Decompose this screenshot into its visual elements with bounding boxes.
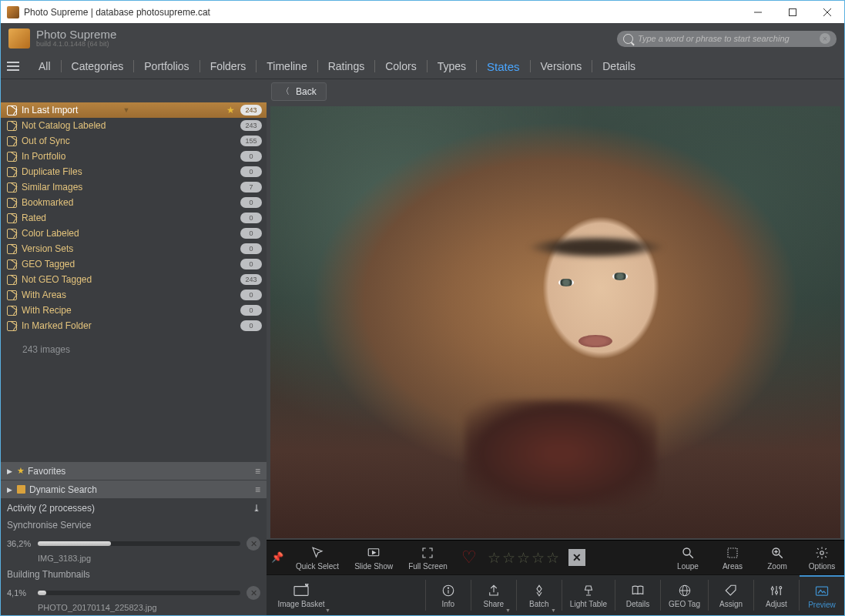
full-screen-button[interactable]: Full Screen [401,545,455,571]
svg-point-5 [683,548,690,555]
menu-button[interactable] [7,62,19,71]
svg-text:0: 0 [305,584,308,587]
state-row[interactable]: Duplicate Files0 [1,164,267,179]
gear-icon [815,545,829,561]
tab-states[interactable]: States [477,54,530,79]
star-4[interactable]: ☆ [531,549,545,567]
slide-show-button[interactable]: Slide Show [347,545,401,571]
details-button[interactable]: Details [615,575,660,615]
checkbox-icon [7,321,17,331]
state-row[interactable]: With Recipe0 [1,303,267,318]
share-button[interactable]: Share ▼ [471,575,516,615]
panel-dynamic-search[interactable]: ▶ Dynamic Search ≡ [1,480,267,499]
chevron-down-icon: ▼ [551,608,556,613]
svg-rect-13 [294,586,308,595]
book-icon [631,583,645,598]
chevron-down-icon: ▼ [505,608,511,613]
state-row[interactable]: Color Labeled0 [1,226,267,241]
image-viewer[interactable] [267,103,844,540]
options-button[interactable]: Options [800,545,844,571]
tab-types[interactable]: Types [428,54,476,79]
checkbox-icon [7,121,17,131]
main-area: 〈 Back 📌 Quick Select [267,79,844,615]
star-3[interactable]: ☆ [517,549,530,567]
state-count: 243 [240,120,262,131]
loupe-button[interactable]: Loupe [666,545,710,571]
state-row[interactable]: Version Sets0 [1,241,267,256]
tab-ratings[interactable]: Ratings [318,54,374,79]
zoom-icon [770,545,784,561]
state-label: Not GEO Tagged [22,274,129,285]
zoom-button[interactable]: Zoom [755,545,800,571]
images-summary: 243 images [1,333,267,355]
back-button[interactable]: 〈 Back [271,82,327,101]
state-row[interactable]: Not GEO Tagged243 [1,272,267,287]
window-minimize-button[interactable] [740,1,775,23]
activity-progress-row: 36,2%✕ [1,534,267,554]
tab-colors[interactable]: Colors [375,54,426,79]
activity-title: Building Thumbnails [1,566,267,583]
panel-menu-icon[interactable]: ≡ [255,466,260,477]
state-row[interactable]: Out of Sync155 [1,133,267,149]
window-maximize-button[interactable] [775,1,810,23]
tab-folders[interactable]: Folders [200,54,257,79]
image-basket-button[interactable]: 0 Image Basket ▼ [267,575,336,615]
tab-portfolios[interactable]: Portfolios [134,54,199,79]
state-row[interactable]: Bookmarked0 [1,195,267,210]
state-label: Out of Sync [22,136,129,146]
tab-versions[interactable]: Versions [531,54,592,79]
state-row[interactable]: Similar Images7 [1,179,267,195]
preview-button[interactable]: Preview [800,575,844,615]
panel-menu-icon[interactable]: ≡ [255,484,260,495]
window-close-button[interactable] [810,1,844,23]
svg-point-25 [776,591,778,593]
star-1[interactable]: ☆ [488,549,501,567]
window-title: Photo Supreme | database photosupreme.ca… [24,7,210,18]
sidebar: In Last Import▼★243Not Catalog Labeled24… [1,79,267,615]
areas-button[interactable]: Areas [710,545,755,571]
adjust-button[interactable]: Adjust [754,575,799,615]
star-5[interactable]: ☆ [546,549,559,567]
state-row[interactable]: GEO Tagged0 [1,256,267,272]
svg-rect-1 [789,8,796,15]
state-count: 0 [240,305,262,316]
state-row[interactable]: In Portfolio0 [1,149,267,164]
checkbox-icon [7,152,17,162]
tab-categories[interactable]: Categories [62,54,134,79]
state-row[interactable]: Not Catalog Labeled243 [1,118,267,133]
pin-icon[interactable]: 📌 [271,551,283,564]
state-row[interactable]: With Areas0 [1,287,267,303]
geo-tag-button[interactable]: GEO Tag [661,575,708,615]
state-count: 0 [240,166,262,177]
tab-all[interactable]: All [29,54,61,79]
cancel-activity-button[interactable]: ✕ [246,586,260,600]
state-row[interactable]: In Last Import▼★243 [1,102,267,118]
batch-button[interactable]: Batch ▼ [517,575,562,615]
reject-button[interactable]: ✕ [568,549,585,566]
activity-progress-row: 4,1%✕ [1,583,267,603]
panel-favorites[interactable]: ▶ ★ Favorites ≡ [1,462,267,480]
collapse-icon[interactable]: ⤓ [253,503,260,514]
panel-favorites-label: Favorites [28,466,65,477]
rating-stars[interactable]: ☆ ☆ ☆ ☆ ☆ [488,549,559,567]
cancel-activity-button[interactable]: ✕ [246,537,260,551]
info-button[interactable]: Info [426,575,471,615]
star-2[interactable]: ☆ [502,549,515,567]
state-row[interactable]: In Marked Folder0 [1,318,267,333]
quick-select-button[interactable]: Quick Select [288,545,347,571]
state-count: 0 [240,213,262,223]
basket-icon: 0 [293,583,310,598]
state-label: Rated [22,213,129,223]
svg-point-12 [820,551,824,554]
search-input[interactable]: Type a word or phrase to start searching… [617,31,837,47]
activity-header[interactable]: Activity (2 processes) ⤓ [1,499,267,517]
state-row[interactable]: Rated0 [1,210,267,226]
assign-button[interactable]: Assign [709,575,753,615]
tab-details[interactable]: Details [592,54,645,79]
tab-timeline[interactable]: Timeline [257,54,317,79]
favorite-heart-icon[interactable]: ♡ [461,547,477,567]
light-table-button[interactable]: Light Table [562,575,615,615]
batch-icon [532,583,546,598]
clear-search-icon[interactable]: × [820,33,830,44]
chevron-down-icon[interactable]: ▼ [123,106,130,114]
